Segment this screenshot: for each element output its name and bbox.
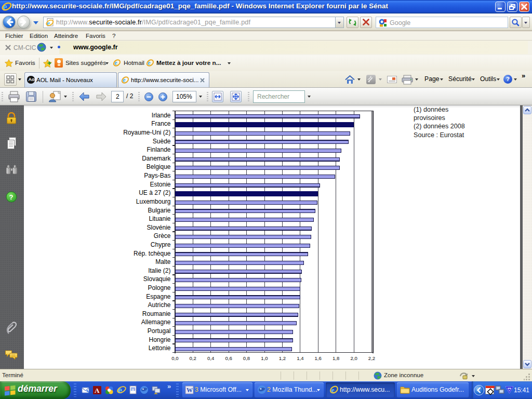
svg-text:Autriche: Autriche [148, 301, 170, 309]
svg-text:0,6: 0,6 [225, 355, 232, 361]
svg-text:e: e [148, 60, 150, 66]
svg-text:e: e [114, 60, 117, 66]
svg-text:Suède: Suède [153, 138, 171, 145]
svg-text:(1) données: (1) données [414, 106, 448, 113]
svg-text:Slovaquie: Slovaquie [143, 275, 171, 283]
svg-text:Pologne: Pologne [148, 284, 170, 291]
svg-text:0,0: 0,0 [171, 355, 178, 361]
svg-text:Luxembourg: Luxembourg [136, 198, 171, 205]
svg-text:Rép. tchèque: Rép. tchèque [134, 250, 171, 257]
svg-text:Danemark: Danemark [142, 155, 171, 162]
svg-text:?: ? [9, 193, 14, 201]
svg-text:A: A [95, 387, 100, 394]
svg-text:Finlande: Finlande [147, 146, 170, 153]
svg-text:0,2: 0,2 [190, 355, 196, 361]
svg-text:Roumanie: Roumanie [142, 310, 171, 317]
svg-text:France: France [151, 120, 171, 127]
svg-text:Royaume-Uni (2): Royaume-Uni (2) [123, 129, 170, 136]
svg-text:Hongrie: Hongrie [149, 336, 170, 343]
svg-text:0,4: 0,4 [207, 355, 215, 361]
svg-text:W: W [187, 387, 193, 394]
svg-text:Belgique: Belgique [147, 163, 171, 170]
svg-text:2,2: 2,2 [368, 355, 375, 361]
svg-text:e: e [123, 77, 125, 84]
svg-text:UE à 27 (2): UE à 27 (2) [139, 189, 170, 196]
svg-text:Estonie: Estonie [150, 181, 170, 188]
svg-text:Pays-Bas: Pays-Bas [144, 172, 170, 179]
svg-text:W: W [131, 388, 135, 391]
svg-text:Allemagne: Allemagne [141, 318, 171, 326]
svg-text:Bulgarie: Bulgarie [148, 207, 170, 214]
svg-text:0,8: 0,8 [243, 355, 250, 361]
svg-text:Chypre: Chypre [151, 241, 171, 248]
svg-text:1,0: 1,0 [261, 355, 268, 361]
svg-text:Slovénie: Slovénie [147, 224, 170, 231]
svg-text:1,4: 1,4 [297, 355, 304, 361]
svg-text:provisoires: provisoires [414, 114, 445, 122]
svg-text:(2) données 2008: (2) données 2008 [414, 123, 465, 130]
svg-text:1,6: 1,6 [315, 355, 322, 361]
svg-text:Italie (2): Italie (2) [148, 267, 170, 274]
svg-text:Source : Eurostat: Source : Eurostat [414, 131, 464, 139]
svg-text:Lituanie: Lituanie [149, 215, 170, 222]
svg-text:2,0: 2,0 [350, 355, 357, 361]
svg-text:Irlande: Irlande [152, 112, 171, 119]
svg-text:Lettonie: Lettonie [149, 344, 171, 352]
svg-text:Grèce: Grèce [154, 232, 171, 240]
svg-text:Portugal: Portugal [148, 327, 171, 335]
svg-text:Malte: Malte [155, 258, 171, 265]
svg-text:1,2: 1,2 [279, 355, 286, 361]
svg-text:1,8: 1,8 [332, 355, 339, 361]
svg-text:e: e [331, 386, 335, 394]
svg-text:Espagne: Espagne [146, 293, 171, 300]
